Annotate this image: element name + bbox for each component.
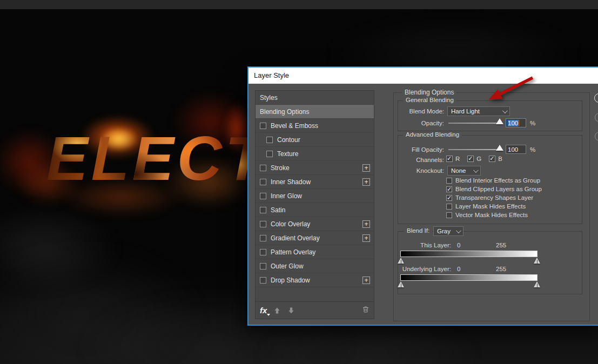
style-item-pattern-overlay[interactable]: Pattern Overlay: [256, 245, 374, 259]
blend-interior-effects-as-group-label: Blend Interior Effects as Group: [455, 177, 540, 184]
fx-add-effect-icon[interactable]: fx: [260, 306, 267, 315]
style-label-texture: Texture: [277, 150, 298, 158]
add-instance-gradient-overlay-button[interactable]: +: [362, 234, 370, 242]
transparency-shapes-layer-checkbox[interactable]: [446, 195, 452, 201]
style-label-color-overlay: Color Overlay: [271, 220, 310, 228]
style-item-outer-glow[interactable]: Outer Glow: [256, 259, 374, 273]
channel-r-checkbox[interactable]: [446, 156, 453, 162]
underlying-layer-label: Underlying Layer:: [381, 266, 451, 272]
underlying-layer-gradient-bar[interactable]: [400, 274, 537, 281]
checkbox-gradient-overlay[interactable]: [260, 235, 266, 241]
style-item-gradient-overlay[interactable]: Gradient Overlay+: [256, 231, 374, 245]
channel-g-label: G: [476, 156, 481, 162]
this-layer-gradient-bar[interactable]: [400, 251, 537, 257]
channel-b-checkbox[interactable]: [489, 156, 495, 162]
channel-r: R: [446, 156, 460, 162]
checkbox-inner-glow[interactable]: [260, 193, 266, 199]
trash-icon: [362, 306, 369, 313]
channel-r-label: R: [455, 156, 460, 162]
checkbox-stroke[interactable]: [260, 165, 266, 171]
opacity-slider-thumb[interactable]: [496, 118, 503, 124]
cutoff-button-arc[interactable]: [595, 113, 598, 122]
advanced-blending-legend: Advanced Blending: [403, 131, 462, 138]
blend-clipped-layers-as-group-label: Blend Clipped Layers as Group: [455, 186, 542, 192]
vector-mask-hides-effects-checkbox[interactable]: [446, 212, 452, 218]
style-item-bevel-emboss[interactable]: Bevel & Emboss: [256, 119, 374, 133]
style-item-inner-glow[interactable]: Inner Glow: [256, 189, 374, 203]
style-label-drop-shadow: Drop Shadow: [271, 277, 310, 284]
style-item-stroke[interactable]: Stroke+: [256, 161, 374, 175]
chevron-down-icon: [473, 167, 479, 173]
style-label-outer-glow: Outer Glow: [271, 262, 304, 270]
fill-opacity-slider-track[interactable]: [448, 149, 500, 150]
channel-g-checkbox[interactable]: [467, 156, 474, 162]
style-item-drop-shadow[interactable]: Drop Shadow+: [256, 273, 374, 287]
layer-mask-hides-effects-checkbox[interactable]: [446, 204, 452, 210]
style-label-gradient-overlay: Gradient Overlay: [271, 234, 320, 242]
blend-if-dropdown[interactable]: Gray: [433, 226, 463, 236]
add-instance-color-overlay-button[interactable]: +: [362, 220, 370, 228]
blend-if-label: Blend If:: [404, 227, 432, 234]
checkbox-satin[interactable]: [260, 207, 266, 213]
general-blending-legend: General Blending: [403, 97, 456, 103]
photoshop-screen: ELECT Layer Style StylesBlending Options…: [0, 0, 598, 364]
style-item-styles[interactable]: Styles: [256, 91, 374, 105]
option-blend-interior-effects-as-group: Blend Interior Effects as Group: [446, 177, 540, 184]
style-label-inner-shadow: Inner Shadow: [271, 178, 311, 186]
this-layer-max: 255: [496, 242, 506, 248]
style-item-satin[interactable]: Satin: [256, 203, 374, 217]
knockout-dropdown[interactable]: None: [447, 166, 481, 176]
style-item-color-overlay[interactable]: Color Overlay+: [256, 217, 374, 231]
style-item-texture[interactable]: Texture: [256, 147, 374, 161]
style-item-contour[interactable]: Contour: [256, 133, 374, 147]
fill-opacity-label: Fill Opacity:: [398, 146, 444, 153]
this-layer-label: This Layer:: [398, 242, 451, 248]
option-layer-mask-hides-effects: Layer Mask Hides Effects: [446, 203, 526, 210]
cutoff-button-arc[interactable]: [594, 93, 598, 103]
checkbox-bevel-emboss[interactable]: [260, 123, 266, 129]
thumb-split-line: [537, 260, 537, 264]
opacity-input[interactable]: 100: [506, 118, 526, 127]
style-label-pattern-overlay: Pattern Overlay: [271, 248, 315, 256]
opacity-value: 100: [508, 120, 518, 126]
checkbox-inner-shadow[interactable]: [260, 179, 266, 185]
option-transparency-shapes-layer: Transparency Shapes Layer: [446, 194, 533, 201]
channel-g: G: [467, 156, 481, 162]
checkbox-texture[interactable]: [266, 151, 273, 157]
dialog-titlebar[interactable]: Layer Style: [248, 68, 598, 84]
option-vector-mask-hides-effects: Vector Mask Hides Effects: [446, 212, 528, 218]
move-effect-up-icon[interactable]: [273, 307, 281, 314]
style-item-inner-shadow[interactable]: Inner Shadow+: [256, 175, 374, 189]
delete-effect-button[interactable]: [362, 306, 369, 315]
cutoff-button-arc[interactable]: [595, 132, 598, 141]
blend-clipped-layers-as-group-checkbox[interactable]: [446, 186, 452, 192]
checkbox-drop-shadow[interactable]: [260, 277, 266, 284]
fill-opacity-slider-thumb[interactable]: [496, 145, 503, 151]
checkbox-outer-glow[interactable]: [260, 263, 266, 269]
styles-panel: StylesBlending OptionsBevel & EmbossCont…: [255, 90, 374, 319]
transparency-shapes-layer-label: Transparency Shapes Layer: [455, 194, 533, 201]
text-caret: [519, 120, 519, 126]
style-item-blending-options[interactable]: Blending Options: [256, 105, 374, 119]
chevron-down-icon: [456, 228, 461, 233]
fill-opacity-unit: %: [530, 146, 535, 153]
styles-list: StylesBlending OptionsBevel & EmbossCont…: [256, 91, 374, 287]
thumb-split-line: [537, 284, 537, 287]
channel-b-label: B: [498, 156, 502, 162]
style-label-inner-glow: Inner Glow: [271, 192, 302, 200]
add-instance-stroke-button[interactable]: +: [362, 164, 370, 172]
checkbox-contour[interactable]: [266, 137, 273, 143]
channels-label: Channels:: [398, 157, 444, 163]
opacity-slider-track[interactable]: [448, 123, 500, 124]
blend-if-group: [398, 231, 582, 294]
style-label-styles: Styles: [260, 94, 278, 102]
checkbox-color-overlay[interactable]: [260, 221, 266, 227]
blend-interior-effects-as-group-checkbox[interactable]: [446, 178, 452, 184]
add-instance-inner-shadow-button[interactable]: +: [362, 178, 370, 186]
fill-opacity-input[interactable]: 100: [506, 145, 526, 154]
checkbox-pattern-overlay[interactable]: [260, 249, 266, 255]
blend-mode-label: Blend Mode:: [398, 108, 444, 114]
move-effect-down-icon[interactable]: [287, 307, 295, 314]
add-instance-drop-shadow-button[interactable]: +: [362, 277, 370, 284]
underlying-layer-max: 255: [496, 266, 506, 272]
